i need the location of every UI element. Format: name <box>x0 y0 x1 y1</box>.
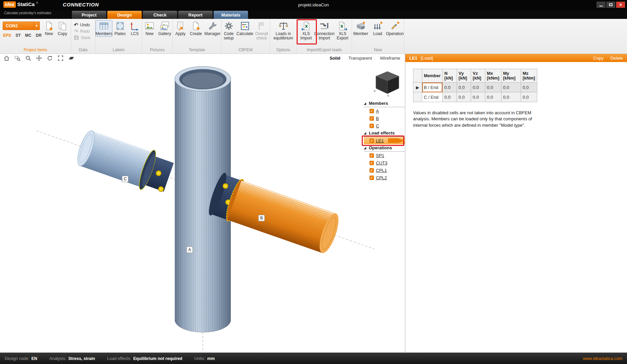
new-member-button[interactable]: Member <box>352 20 369 36</box>
toggle-dr[interactable]: DR <box>36 33 42 38</box>
code-setup-button[interactable]: Code setup <box>221 20 236 40</box>
view-mode-solid[interactable]: Solid <box>330 56 340 61</box>
new-project-item-button[interactable]: New <box>43 20 55 36</box>
save-button[interactable]: Save <box>71 34 95 41</box>
tree-item-cpl2[interactable]: ✓ CPL2 <box>364 174 405 181</box>
new-load-button[interactable]: Load <box>370 20 385 36</box>
xls-export-button[interactable]: XLS Export <box>334 20 351 40</box>
zoom-button[interactable] <box>24 54 32 62</box>
project-item-select[interactable]: CON1 ▾ <box>3 22 40 30</box>
value-cell[interactable]: 0.0 <box>471 92 485 102</box>
tree-item-member-b[interactable]: ✓ B <box>364 115 405 122</box>
tree-group-load-effects[interactable]: ◢ Load effects <box>364 129 405 137</box>
close-button[interactable]: × <box>616 2 625 8</box>
tree-group-operations[interactable]: ◢ Operations <box>364 144 405 152</box>
template-manager-button[interactable]: Manager <box>204 20 221 36</box>
zoom-fit-button[interactable] <box>57 54 64 62</box>
table-header-row: Member N[kN] Vy[kN] Vz[kN] Mx[kNm] My[kN… <box>413 69 537 83</box>
connection-import-button[interactable]: Connection Import <box>316 20 333 40</box>
tab-report[interactable]: Report <box>178 11 213 19</box>
member-c-tube[interactable] <box>74 129 174 192</box>
ribbon-tab-bar: Calculate yesterday's estimates Project … <box>0 10 627 19</box>
website-link[interactable]: www.ideastatica.com <box>583 356 622 361</box>
collapse-icon[interactable]: ◢ <box>364 131 367 135</box>
panel-subtitle: [Load] <box>421 56 433 61</box>
tree-item-member-a[interactable]: ✓ A <box>364 107 405 115</box>
value-cell[interactable]: 0.0 <box>485 92 501 102</box>
document-title: projekt.ideaCon <box>298 2 329 7</box>
tree-group-members[interactable]: ◢ Members <box>364 100 405 107</box>
labels-plates-button[interactable]: Plates <box>113 20 127 37</box>
maximize-icon <box>609 3 612 6</box>
calculate-button[interactable]: Calculate <box>237 20 253 40</box>
toggle-st[interactable]: ST <box>16 33 21 38</box>
group-label-pictures: Pictures <box>142 48 172 52</box>
value-cell[interactable]: 0.0 <box>457 92 471 102</box>
tree-item-member-c[interactable]: ✓ C <box>364 122 405 129</box>
checkbox-checked-icon[interactable]: ✓ <box>370 176 374 180</box>
rotate-view-button[interactable] <box>46 54 54 62</box>
template-apply-button[interactable]: Apply <box>173 20 188 36</box>
member-cell[interactable]: B / End <box>422 83 443 92</box>
checkbox-checked-icon[interactable]: ✓ <box>370 168 374 173</box>
save-icon <box>74 35 79 40</box>
undo-button[interactable]: ↶ Undo <box>71 22 95 28</box>
copy-load-button[interactable]: Copy <box>593 56 603 61</box>
row-selector[interactable] <box>413 92 422 102</box>
tree-item-cut3[interactable]: ✓ CUT3 <box>364 159 405 166</box>
member-cell[interactable]: C / End <box>422 92 443 102</box>
view-mode-transparent[interactable]: Transparent <box>348 56 372 61</box>
labels-lcs-button[interactable]: LCS <box>128 20 142 37</box>
toggle-mc[interactable]: MC <box>25 33 31 38</box>
template-create-button[interactable]: Create <box>189 20 203 36</box>
collapse-icon[interactable]: ◢ <box>364 102 367 105</box>
value-cell[interactable]: 0.0 <box>471 83 485 92</box>
tab-design[interactable]: Design <box>107 11 142 19</box>
value-cell[interactable]: 0.0 <box>442 92 457 102</box>
value-cell[interactable]: 0.0 <box>442 83 457 92</box>
overall-check-button[interactable]: Overall check <box>254 20 270 40</box>
checkbox-checked-icon[interactable]: ✓ <box>370 139 374 143</box>
new-operation-button[interactable]: Operation <box>386 20 404 36</box>
minimize-button[interactable] <box>597 2 605 8</box>
ribbon-group-new: Member Load Operation New <box>352 19 404 54</box>
maximize-button[interactable] <box>606 2 615 8</box>
zoom-window-button[interactable] <box>13 54 21 62</box>
value-cell[interactable]: 0.0 <box>457 83 471 92</box>
checkbox-checked-icon[interactable]: ✓ <box>370 124 374 128</box>
redo-button[interactable]: ↷ Redo <box>71 28 95 34</box>
tab-check[interactable]: Check <box>143 11 177 19</box>
picture-gallery-button[interactable]: Gallery <box>157 20 172 36</box>
collapse-icon[interactable]: ◢ <box>364 146 367 150</box>
clipping-plane-button[interactable] <box>67 54 75 62</box>
tree-item-le1[interactable]: ✓ LE1 <box>364 137 405 144</box>
view-mode-wireframe[interactable]: Wireframe <box>380 56 400 61</box>
checkbox-checked-icon[interactable]: ✓ <box>370 153 374 158</box>
checkbox-checked-icon[interactable]: ✓ <box>370 161 374 165</box>
create-template-icon <box>191 21 201 31</box>
value-cell[interactable]: 0.0 <box>521 83 537 92</box>
checkbox-checked-icon[interactable]: ✓ <box>370 116 374 121</box>
viewport: Solid Transparent Wireframe <box>0 54 405 353</box>
delete-load-button[interactable]: Delete <box>610 56 623 61</box>
tab-materials[interactable]: Materials <box>214 11 248 19</box>
value-cell[interactable]: 0.0 <box>521 92 537 102</box>
tree-item-sp1[interactable]: ✓ SP1 <box>364 152 405 159</box>
checkbox-checked-icon[interactable]: ✓ <box>370 109 374 113</box>
pan-button[interactable] <box>35 54 43 62</box>
value-cell[interactable]: 0.0 <box>501 83 521 92</box>
value-cell[interactable]: 0.0 <box>485 83 501 92</box>
navigation-cube[interactable] <box>373 69 402 98</box>
toggle-eps[interactable]: EPS <box>3 33 11 38</box>
copy-project-item-button[interactable]: Copy <box>56 20 69 36</box>
loads-in-equilibrium-button[interactable]: Loads in equilibrium <box>271 20 296 40</box>
3d-scene[interactable]: A C B <box>0 62 405 353</box>
xls-import-button[interactable]: XLS Import <box>297 20 315 40</box>
ribbon-group-import-export: XLS Import Connection Import XLS Export … <box>297 19 352 54</box>
labels-members-button[interactable]: Members <box>96 20 112 37</box>
value-cell[interactable]: 0.0 <box>501 92 521 102</box>
picture-new-button[interactable]: New <box>142 20 157 36</box>
home-view-button[interactable] <box>3 54 10 62</box>
tree-item-cpl1[interactable]: ✓ CPL1 <box>364 166 405 174</box>
tab-project[interactable]: Project <box>72 11 106 19</box>
